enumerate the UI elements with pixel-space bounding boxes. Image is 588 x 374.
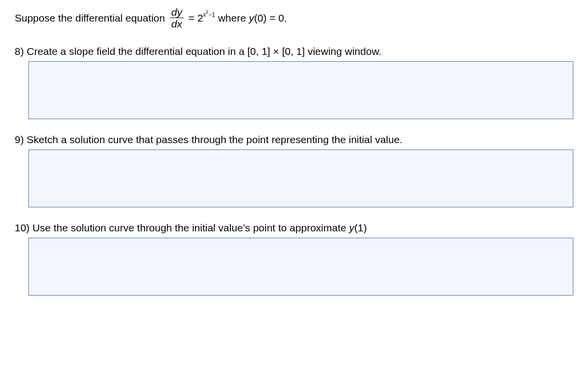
answer-box-8[interactable] <box>28 61 573 119</box>
question-8-text: 8) Create a slope field the differential… <box>15 46 382 57</box>
intro-text-2: where <box>215 12 249 24</box>
intro-statement: Suppose the differential equation dy dx … <box>15 7 573 29</box>
exponent: x 2 −1 <box>203 12 215 18</box>
equals-sign: = <box>186 12 197 24</box>
intro-text-3: (0) = 0. <box>254 12 287 24</box>
question-10-text-2: (1) <box>354 222 367 234</box>
base-two: 2 <box>197 13 203 23</box>
question-10: 10) Use the solution curve through the i… <box>15 222 573 234</box>
exponent-squared: 2 <box>206 10 208 14</box>
fraction-numerator: dy <box>170 7 184 18</box>
intro-y: y <box>249 12 254 24</box>
fraction-denominator: dx <box>170 18 184 29</box>
answer-box-10[interactable] <box>28 238 573 296</box>
question-10-y: y <box>349 222 355 234</box>
question-9: 9) Sketch a solution curve that passes t… <box>15 134 573 146</box>
equation-rhs: 2 x 2 −1 <box>197 13 215 23</box>
question-8: 8) Create a slope field the differential… <box>15 46 573 57</box>
exponent-minus-one: −1 <box>208 12 215 18</box>
question-9-text: 9) Sketch a solution curve that passes t… <box>15 134 402 145</box>
fraction-dy-dx: dy dx <box>170 7 184 29</box>
question-10-text-1: 10) Use the solution curve through the i… <box>15 222 349 234</box>
answer-box-9[interactable] <box>28 150 573 207</box>
intro-text-1: Suppose the differential equation <box>15 12 168 24</box>
